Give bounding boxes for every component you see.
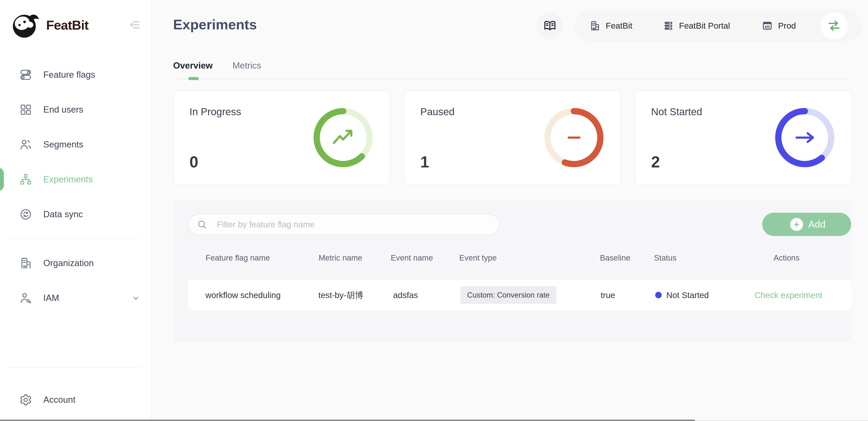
status-badge: Not Started — [666, 280, 709, 310]
tab-overview[interactable]: Overview — [173, 61, 213, 71]
featbit-logo-icon — [10, 11, 40, 40]
stat-card-not-started: Not Started 2 — [635, 90, 852, 184]
add-button-label: Add — [808, 219, 826, 230]
filter-field — [188, 214, 500, 235]
sidebar-item-label: IAM — [43, 293, 59, 303]
swap-arrows-icon — [827, 18, 842, 33]
in-progress-gauge — [307, 101, 379, 174]
column-header-baseline: Baseline — [600, 253, 630, 263]
switch-environment-button[interactable] — [820, 12, 848, 39]
column-header-feature-flag-name: Feature flag name — [206, 253, 270, 263]
tab-metrics[interactable]: Metrics — [232, 61, 261, 71]
grid-icon — [19, 103, 32, 116]
sidebar-item-experiments[interactable]: Experiments — [0, 162, 151, 197]
sidebar-item-organization[interactable]: Organization — [0, 246, 151, 280]
stat-card-paused: Paused 1 — [404, 90, 621, 184]
main-content: Experiments FeatBit — [152, 0, 868, 421]
sync-icon — [19, 208, 32, 221]
user-key-icon — [19, 292, 32, 305]
environment-name: Prod — [778, 21, 796, 31]
search-icon — [197, 219, 207, 230]
users-icon — [19, 138, 32, 151]
project-selector[interactable]: FeatBit Portal — [663, 9, 730, 42]
project-name: FeatBit Portal — [679, 21, 730, 31]
check-experiment-link[interactable]: Check experiment — [754, 280, 822, 310]
stat-label: Paused — [420, 106, 455, 118]
column-header-metric-name: Metric name — [318, 253, 362, 263]
add-experiment-button[interactable]: Add — [762, 213, 851, 236]
gear-icon — [19, 393, 32, 406]
arrow-right-icon — [797, 133, 813, 142]
sidebar-item-label: Organization — [43, 258, 94, 268]
column-header-status: Status — [654, 253, 677, 263]
cell-baseline: true — [601, 280, 615, 310]
active-item-indicator — [0, 168, 4, 191]
stat-value: 1 — [420, 153, 429, 171]
sidebar-nav: Feature flags End users Segments — [0, 57, 151, 232]
toggles-icon — [19, 68, 32, 81]
brand-name: FeatBit — [46, 18, 89, 32]
sidebar-item-data-sync[interactable]: Data sync — [0, 197, 151, 232]
cell-metric-name: test-by-胡博 — [318, 280, 363, 310]
not-started-gauge — [769, 101, 841, 174]
docs-button[interactable] — [536, 12, 563, 39]
sidebar-item-label: Segments — [43, 140, 84, 150]
sidebar-item-account[interactable]: Account — [0, 382, 151, 417]
sidebar-item-segments[interactable]: Segments — [0, 127, 151, 162]
sidebar-footer: Account — [0, 361, 151, 421]
column-header-event-type: Event type — [459, 253, 497, 263]
environment-selector[interactable]: Prod — [762, 9, 796, 42]
sidebar-item-label: Feature flags — [43, 70, 95, 80]
sidebar: FeatBit Feature flags End users — [0, 0, 152, 421]
sidebar-item-label: Account — [43, 395, 75, 405]
stat-label: Not Started — [651, 106, 702, 118]
stat-label: In Progress — [189, 106, 241, 118]
cell-feature-flag-name: workflow scheduling — [205, 280, 281, 310]
sidebar-collapse-icon[interactable] — [129, 19, 141, 30]
sidebar-item-iam[interactable]: IAM — [0, 280, 151, 315]
filter-input[interactable] — [188, 214, 500, 235]
status-dot — [655, 292, 662, 298]
tab-track — [173, 79, 851, 79]
sidebar-divider — [10, 367, 141, 368]
cell-event-name: adsfas — [393, 280, 418, 310]
sidebar-item-label: Data sync — [43, 209, 83, 219]
column-header-actions: Actions — [774, 253, 800, 263]
sidebar-item-feature-flags[interactable]: Feature flags — [0, 57, 151, 92]
logo-row: FeatBit — [0, 0, 151, 41]
browser-code-icon — [762, 20, 773, 31]
window-bottom-strip — [0, 420, 695, 421]
experiments-panel: Add Feature flag name Metric name Event … — [173, 200, 851, 342]
sidebar-item-label: Experiments — [43, 174, 93, 184]
page-title: Experiments — [173, 17, 257, 32]
table-row: workflow scheduling test-by-胡博 adsfas Cu… — [188, 280, 851, 310]
server-stack-icon — [663, 21, 674, 31]
sidebar-item-end-users[interactable]: End users — [0, 92, 151, 127]
trend-up-icon — [334, 131, 351, 143]
column-header-event-name: Event name — [391, 253, 433, 263]
plus-icon — [790, 218, 803, 231]
sidebar-secondary-nav: Organization IAM — [0, 246, 151, 315]
sitemap-icon — [19, 173, 32, 186]
stat-card-in-progress: In Progress 0 — [173, 90, 390, 184]
book-icon — [543, 19, 557, 32]
building-icon — [19, 257, 32, 270]
chevron-down-icon — [132, 294, 140, 302]
stat-value: 2 — [651, 153, 660, 171]
featbit-app: FeatBit Feature flags End users — [0, 0, 868, 421]
org-name: FeatBit — [606, 21, 632, 31]
stat-value: 0 — [189, 153, 198, 171]
sidebar-item-label: End users — [43, 104, 84, 115]
sidebar-divider — [10, 238, 141, 239]
building-icon — [589, 20, 600, 31]
org-selector[interactable]: FeatBit — [589, 9, 632, 42]
paused-gauge — [538, 101, 610, 174]
tab-active-indicator — [188, 77, 199, 80]
workspace-switcher: FeatBit FeatBit Portal — [575, 9, 862, 42]
event-type-badge: Custom: Conversion rate — [460, 286, 556, 304]
